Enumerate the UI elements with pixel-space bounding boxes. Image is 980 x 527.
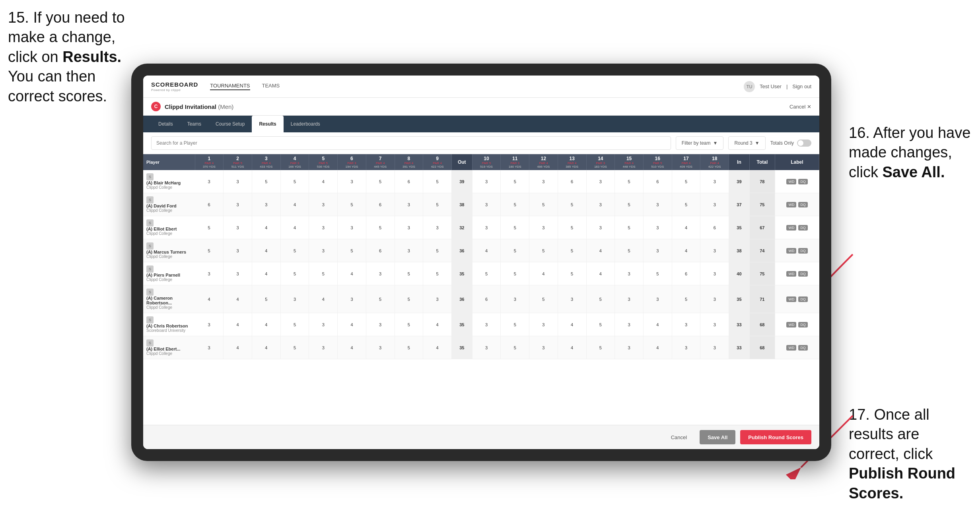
score-hole-16[interactable]: 4 [643, 313, 672, 336]
score-hole-4[interactable]: 3 [280, 285, 309, 313]
score-hole-10[interactable]: 3 [472, 193, 501, 216]
score-hole-6[interactable]: 4 [338, 336, 366, 359]
score-hole-10[interactable]: 3 [472, 313, 501, 336]
dq-btn[interactable]: DQ [798, 202, 808, 207]
score-hole-3[interactable]: 5 [252, 170, 280, 193]
nav-tournaments[interactable]: TOURNAMENTS [210, 83, 250, 90]
wd-btn[interactable]: WD [786, 179, 796, 184]
score-hole-10[interactable]: 3 [472, 336, 501, 359]
score-hole-12[interactable]: 5 [529, 239, 558, 262]
score-hole-17[interactable]: 5 [672, 170, 700, 193]
score-hole-8[interactable]: 5 [395, 336, 423, 359]
round-selector-btn[interactable]: Round 3 ▼ [728, 136, 765, 150]
score-hole-14[interactable]: 4 [586, 262, 615, 285]
score-hole-12[interactable]: 5 [529, 193, 558, 216]
wd-btn[interactable]: WD [786, 248, 796, 254]
score-hole-9[interactable]: 5 [423, 262, 452, 285]
score-hole-12[interactable]: 3 [529, 170, 558, 193]
score-hole-15[interactable]: 5 [615, 239, 644, 262]
score-hole-6[interactable]: 3 [338, 170, 366, 193]
score-hole-18[interactable]: 3 [700, 170, 729, 193]
score-hole-4[interactable]: 5 [280, 336, 309, 359]
score-hole-8[interactable]: 3 [395, 193, 423, 216]
score-hole-12[interactable]: 3 [529, 313, 558, 336]
score-hole-3[interactable]: 4 [252, 216, 280, 239]
score-hole-11[interactable]: 5 [501, 216, 529, 239]
score-hole-17[interactable]: 5 [672, 193, 700, 216]
score-hole-15[interactable]: 3 [615, 285, 644, 313]
score-hole-8[interactable]: 5 [395, 313, 423, 336]
score-hole-14[interactable]: 3 [586, 193, 615, 216]
score-hole-14[interactable]: 5 [586, 313, 615, 336]
score-hole-17[interactable]: 3 [672, 313, 700, 336]
score-hole-8[interactable]: 3 [395, 239, 423, 262]
score-hole-7[interactable]: 5 [366, 216, 395, 239]
score-hole-13[interactable]: 5 [558, 262, 586, 285]
sign-out-link[interactable]: Sign out [792, 83, 811, 89]
score-hole-11[interactable]: 5 [501, 336, 529, 359]
score-hole-13[interactable]: 4 [558, 336, 586, 359]
score-hole-13[interactable]: 5 [558, 239, 586, 262]
score-hole-6[interactable]: 5 [338, 239, 366, 262]
score-hole-7[interactable]: 6 [366, 193, 395, 216]
score-hole-1[interactable]: 3 [195, 336, 224, 359]
score-hole-18[interactable]: 3 [700, 239, 729, 262]
score-hole-13[interactable]: 3 [558, 285, 586, 313]
score-hole-16[interactable]: 3 [643, 285, 672, 313]
score-hole-15[interactable]: 5 [615, 170, 644, 193]
score-hole-2[interactable]: 4 [224, 285, 252, 313]
publish-round-scores-btn[interactable]: Publish Round Scores [740, 430, 811, 444]
score-hole-10[interactable]: 4 [472, 239, 501, 262]
score-hole-18[interactable]: 3 [700, 193, 729, 216]
score-hole-7[interactable]: 3 [366, 262, 395, 285]
score-hole-11[interactable]: 5 [501, 262, 529, 285]
score-hole-18[interactable]: 6 [700, 216, 729, 239]
score-hole-5[interactable]: 5 [309, 262, 338, 285]
search-input[interactable] [151, 136, 671, 150]
score-hole-15[interactable]: 5 [615, 216, 644, 239]
score-hole-2[interactable]: 3 [224, 239, 252, 262]
tab-teams[interactable]: Teams [180, 116, 208, 132]
score-hole-8[interactable]: 5 [395, 262, 423, 285]
score-hole-2[interactable]: 3 [224, 170, 252, 193]
score-hole-14[interactable]: 5 [586, 285, 615, 313]
score-hole-5[interactable]: 3 [309, 216, 338, 239]
cancel-action-btn[interactable]: Cancel [663, 430, 695, 444]
score-hole-17[interactable]: 5 [672, 285, 700, 313]
score-hole-14[interactable]: 5 [586, 336, 615, 359]
score-hole-10[interactable]: 3 [472, 170, 501, 193]
score-hole-6[interactable]: 3 [338, 285, 366, 313]
score-hole-2[interactable]: 4 [224, 336, 252, 359]
score-hole-6[interactable]: 4 [338, 262, 366, 285]
score-hole-14[interactable]: 3 [586, 170, 615, 193]
score-hole-10[interactable]: 6 [472, 285, 501, 313]
wd-btn[interactable]: WD [786, 345, 796, 351]
score-hole-12[interactable]: 3 [529, 336, 558, 359]
score-hole-13[interactable]: 6 [558, 170, 586, 193]
totals-only-toggle[interactable] [797, 140, 811, 147]
score-hole-2[interactable]: 3 [224, 216, 252, 239]
dq-btn[interactable]: DQ [798, 271, 808, 277]
dq-btn[interactable]: DQ [798, 322, 808, 327]
dq-btn[interactable]: DQ [798, 225, 808, 231]
score-hole-13[interactable]: 4 [558, 313, 586, 336]
score-hole-2[interactable]: 3 [224, 193, 252, 216]
score-hole-3[interactable]: 4 [252, 262, 280, 285]
score-hole-8[interactable]: 6 [395, 170, 423, 193]
score-hole-8[interactable]: 3 [395, 216, 423, 239]
score-hole-1[interactable]: 4 [195, 285, 224, 313]
score-hole-16[interactable]: 3 [643, 239, 672, 262]
score-hole-15[interactable]: 3 [615, 262, 644, 285]
score-hole-1[interactable]: 6 [195, 193, 224, 216]
wd-btn[interactable]: WD [786, 322, 796, 327]
tab-results[interactable]: Results [252, 116, 283, 132]
dq-btn[interactable]: DQ [798, 345, 808, 351]
score-hole-7[interactable]: 3 [366, 336, 395, 359]
tab-details[interactable]: Details [151, 116, 180, 132]
score-hole-9[interactable]: 3 [423, 285, 452, 313]
wd-btn[interactable]: WD [786, 271, 796, 277]
score-hole-6[interactable]: 4 [338, 313, 366, 336]
score-hole-5[interactable]: 3 [309, 193, 338, 216]
score-hole-17[interactable]: 4 [672, 216, 700, 239]
score-hole-9[interactable]: 3 [423, 216, 452, 239]
